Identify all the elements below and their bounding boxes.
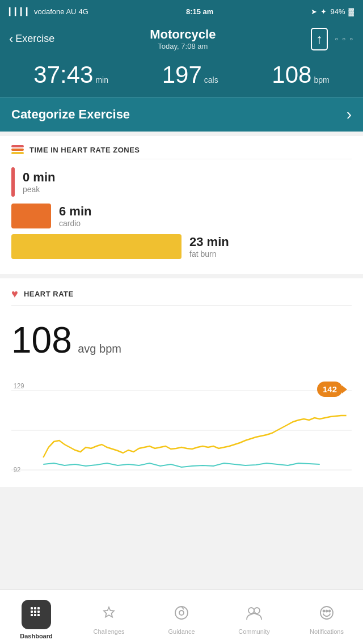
svg-rect-7 (34, 611, 36, 613)
svg-point-14 (179, 611, 184, 615)
svg-rect-3 (31, 607, 33, 609)
calories-unit: cals (204, 75, 218, 84)
community-icon (246, 605, 263, 625)
status-left: ▎▎▎▎ vodafone AU 4G (9, 7, 88, 16)
nav-label-dashboard: Dashboard (20, 633, 52, 639)
hr-title: HEART RATE (24, 290, 74, 298)
svg-point-17 (254, 608, 260, 613)
svg-point-16 (248, 608, 254, 613)
calories-stat: 197 cals (162, 63, 218, 87)
fatburn-value: 23 min (189, 235, 352, 249)
bpm-stat: 108 bpm (272, 63, 329, 87)
fatburn-type: fat burn (189, 249, 352, 259)
carrier-text: vodafone AU (34, 7, 76, 16)
zone-icon-red (11, 145, 24, 147)
categorize-label: Categorize Exercise (11, 107, 130, 122)
nav-item-guidance[interactable]: Guidance (145, 590, 218, 644)
nav-label-community: Community (238, 628, 270, 635)
zones-title: TIME IN HEART RATE ZONES (29, 146, 140, 154)
nav-actions: ↑ ○ ○ ○ (311, 28, 354, 50)
share-icon[interactable]: ↑ (311, 28, 328, 50)
status-right: ➤ ✦ 94% ▓ (311, 7, 354, 16)
svg-rect-9 (31, 614, 33, 616)
cardio-type: cardio (59, 219, 352, 228)
duration-unit: min (95, 75, 108, 84)
chart-main-line (43, 416, 346, 457)
peak-zone-row: 0 min peak (11, 167, 352, 197)
challenges-icon (101, 605, 117, 625)
cardio-label-block: 6 min cardio (59, 204, 352, 228)
nav-item-community[interactable]: Community (218, 590, 290, 644)
stats-bar: 37:43 min 197 cals 108 bpm (0, 57, 363, 97)
chart-y-top-label: 129 (14, 382, 24, 389)
avg-bpm-unit: avg bpm (78, 342, 121, 355)
nav-item-notifications[interactable]: Notifications (290, 590, 363, 644)
duration-value: 37:43 (33, 63, 93, 87)
tooltip-arrow (342, 385, 347, 393)
back-button[interactable]: ‹ Exercise (9, 32, 54, 46)
heart-rate-chart: 142 129 92 (11, 374, 352, 487)
zones-header: TIME IN HEART RATE ZONES (11, 145, 352, 159)
fatburn-label-block: 23 min fat burn (189, 235, 352, 259)
battery-text: 94% (330, 7, 345, 16)
svg-point-13 (175, 607, 188, 619)
peak-type: peak (23, 185, 352, 194)
categorize-chevron-icon: › (347, 105, 352, 124)
svg-rect-10 (34, 614, 36, 616)
zone-icon-yellow (11, 152, 24, 154)
avg-bpm-value: 108 (11, 319, 72, 361)
cardio-bar (11, 204, 51, 228)
nav-label-challenges: Challenges (93, 628, 124, 635)
svg-rect-6 (31, 611, 33, 613)
svg-rect-11 (37, 614, 40, 616)
calories-value: 197 (162, 63, 202, 87)
svg-point-18 (320, 607, 333, 619)
cardio-value: 6 min (59, 204, 352, 219)
nav-item-dashboard[interactable]: Dashboard (0, 590, 73, 644)
svg-rect-8 (37, 611, 40, 613)
nav-subtitle: Today, 7:08 am (150, 42, 216, 50)
signal-icon: ▎▎▎▎ (9, 7, 32, 16)
bottom-nav: Dashboard Challenges Guidance (0, 589, 363, 644)
peak-bar (11, 167, 15, 197)
duration-stat: 37:43 min (33, 63, 108, 87)
tooltip-value: 142 (323, 384, 337, 394)
battery-icon: ▓ (349, 7, 354, 16)
peak-label-block: 0 min peak (23, 170, 352, 194)
svg-rect-4 (34, 607, 36, 609)
notifications-icon (319, 605, 335, 625)
cardio-zone-row: 6 min cardio (11, 204, 352, 228)
nav-title-block: Motorcycle Today, 7:08 am (150, 27, 216, 50)
guidance-icon (174, 605, 189, 625)
svg-point-19 (323, 610, 325, 612)
chart-tooltip: 142 (317, 382, 343, 397)
status-bar: ▎▎▎▎ vodafone AU 4G 8:15 am ➤ ✦ 94% ▓ (0, 0, 363, 23)
nav-title: Motorcycle (150, 27, 216, 42)
zone-icon-orange (11, 149, 24, 151)
heart-icon: ♥ (11, 287, 18, 300)
chart-svg: 129 92 (11, 374, 352, 487)
chart-teal-line (43, 463, 320, 467)
categorize-banner[interactable]: Categorize Exercise › (0, 97, 363, 132)
zones-section: TIME IN HEART RATE ZONES 0 min peak 6 mi… (0, 136, 363, 274)
network-text: 4G (78, 7, 88, 16)
dashboard-icon (29, 606, 43, 623)
bluetooth-icon: ✦ (320, 7, 327, 16)
heart-rate-section: ♥ HEART RATE 108 avg bpm 142 129 92 (0, 278, 363, 487)
nav-item-challenges[interactable]: Challenges (73, 590, 145, 644)
svg-point-21 (329, 610, 331, 612)
location-icon: ➤ (311, 7, 317, 16)
svg-marker-12 (104, 607, 114, 617)
nav-bar: ‹ Exercise Motorcycle Today, 7:08 am ↑ ○… (0, 23, 363, 57)
nav-label-guidance: Guidance (168, 628, 195, 635)
bpm-value: 108 (272, 63, 311, 87)
peak-value: 0 min (23, 170, 352, 185)
nav-label-notifications: Notifications (310, 628, 344, 635)
fatburn-zone-row: 23 min fat burn (11, 234, 352, 259)
fatburn-bar (11, 234, 182, 259)
svg-rect-5 (37, 607, 40, 609)
dashboard-icon-bg (22, 600, 51, 629)
bpm-unit: bpm (314, 75, 329, 84)
more-icon[interactable]: ○ ○ ○ (335, 36, 354, 42)
zones-icon (11, 145, 24, 154)
